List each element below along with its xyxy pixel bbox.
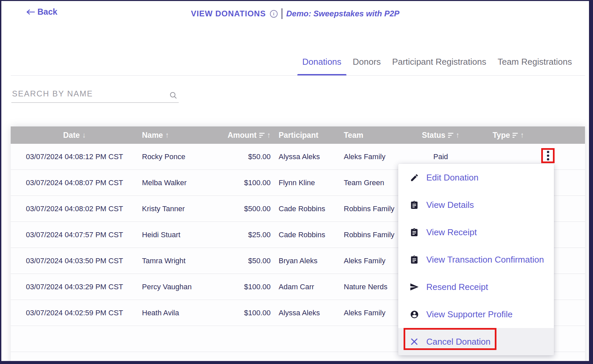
page-title: VIEW DONATIONS <box>191 9 266 18</box>
column-header-actions <box>536 126 585 144</box>
sort-asc-icon: ↑ <box>520 131 524 139</box>
cell-name: Heath Avila <box>138 300 215 326</box>
menu-item-view-transaction-confirmation[interactable]: View Transaction Confirmation <box>398 246 554 273</box>
search-icon[interactable] <box>169 91 177 99</box>
cell-date: 03/07/2024 04:07:57 PM CST <box>11 222 138 248</box>
cell-name: Melba Walker <box>138 170 215 196</box>
menu-item-cancel-donation[interactable]: Cancel Donation <box>398 328 554 355</box>
cell-participant: Bryan Aleks <box>274 248 340 274</box>
title-bar: VIEW DONATIONS i Demo: Sweepstakes with … <box>1 8 589 19</box>
filter-icon[interactable] <box>512 133 518 138</box>
column-header-participant[interactable]: Participant <box>274 126 340 144</box>
cell-team: Aleks Family <box>340 300 401 326</box>
cell-amount: $25.00 <box>215 222 274 248</box>
tab-bar: Donations Donors Participant Registratio… <box>302 48 573 76</box>
cell-participant: Cade Robbins <box>274 196 340 222</box>
cell-participant: Flynn Kline <box>274 170 340 196</box>
cell-date: 03/07/2024 04:08:02 PM CST <box>11 196 138 222</box>
filter-icon[interactable] <box>259 133 265 138</box>
tab-donors[interactable]: Donors <box>352 48 382 76</box>
menu-item-view-supporter-profile[interactable]: View Supporter Profile <box>398 301 554 328</box>
cell-participant: Adam Carr <box>274 274 340 300</box>
column-header-date[interactable]: Date ↓ <box>11 126 138 144</box>
menu-item-edit-donation[interactable]: Edit Donation <box>398 164 554 191</box>
cell-date: 03/07/2024 04:08:12 PM CST <box>11 144 138 169</box>
cell-team: Aleks Family <box>340 144 401 169</box>
filter-icon[interactable] <box>448 133 453 138</box>
search-field <box>11 84 179 103</box>
row-actions-menu: Edit Donation View Details <box>398 164 554 355</box>
column-header-team[interactable]: Team <box>340 126 401 144</box>
clipboard-icon <box>409 255 419 264</box>
cell-date: 03/07/2024 04:08:07 PM CST <box>11 170 138 196</box>
cell-name: Kristy Tanner <box>138 196 215 222</box>
cell-name: Tamra Wright <box>138 248 215 274</box>
column-header-status[interactable]: Status ↑ <box>401 126 481 144</box>
cell-date: 03/07/2024 04:03:50 PM CST <box>11 248 138 274</box>
column-header-name[interactable]: Name ↑ <box>138 126 215 144</box>
cell-participant: Alyssa Aleks <box>274 144 340 169</box>
cell-name: Heidi Stuart <box>138 222 215 248</box>
sort-asc-icon: ↑ <box>165 131 169 139</box>
pencil-icon <box>409 173 419 182</box>
cell-team: Robbins Family <box>340 222 401 248</box>
sort-asc-icon: ↑ <box>267 131 271 139</box>
x-icon <box>409 338 419 346</box>
tab-donations[interactable]: Donations <box>302 48 342 76</box>
cell-name: Rocky Ponce <box>138 144 215 169</box>
cell-amount: $100.00 <box>215 170 274 196</box>
cell-team: Robbins Family <box>340 196 401 222</box>
cell-team: Nature Nerds <box>340 274 401 300</box>
cell-name: Percy Vaughan <box>138 274 215 300</box>
title-divider <box>282 8 282 19</box>
clipboard-icon <box>409 228 419 237</box>
menu-item-view-receipt[interactable]: View Receipt <box>398 219 554 246</box>
cell-team: Team Green <box>340 170 401 196</box>
sort-desc-icon: ↓ <box>82 131 86 139</box>
cell-date: 03/07/2024 04:02:59 PM CST <box>11 300 138 326</box>
search-input[interactable] <box>11 84 179 103</box>
sort-asc-icon: ↑ <box>456 131 459 139</box>
tabs-divider-line <box>11 75 585 76</box>
cell-amount: $100.00 <box>215 300 274 326</box>
cell-participant: Alyssa Aleks <box>274 300 340 326</box>
cell-participant: Cade Robbins <box>274 222 340 248</box>
cell-date: 03/07/2024 04:03:29 PM CST <box>11 274 138 300</box>
cell-team: Aleks Family <box>340 248 401 274</box>
event-name: Demo: Sweepstakes with P2P <box>286 9 400 18</box>
column-header-type[interactable]: Type ↑ <box>481 126 536 144</box>
clipboard-icon <box>409 201 419 209</box>
highlight-box-row-actions <box>541 148 555 163</box>
menu-item-resend-receipt[interactable]: Resend Receipt <box>398 273 554 301</box>
tab-team-registrations[interactable]: Team Registrations <box>497 48 573 76</box>
info-icon[interactable]: i <box>270 10 278 18</box>
cell-amount: $100.00 <box>215 274 274 300</box>
tab-participant-registrations[interactable]: Participant Registrations <box>392 48 487 76</box>
send-icon <box>409 282 419 292</box>
row-actions-kebab-icon[interactable] <box>547 151 549 160</box>
person-circle-icon <box>409 310 419 319</box>
table-header-row: Date ↓ Name ↑ Amount ↑ Participant Team … <box>11 126 585 144</box>
view-donations-page: Back VIEW DONATIONS i Demo: Sweepstakes … <box>0 0 593 364</box>
menu-item-view-details[interactable]: View Details <box>398 191 554 219</box>
cell-amount: $500.00 <box>215 196 274 222</box>
cell-amount: $50.00 <box>215 144 274 169</box>
cell-amount: $50.00 <box>215 248 274 274</box>
column-header-amount[interactable]: Amount ↑ <box>215 126 274 144</box>
